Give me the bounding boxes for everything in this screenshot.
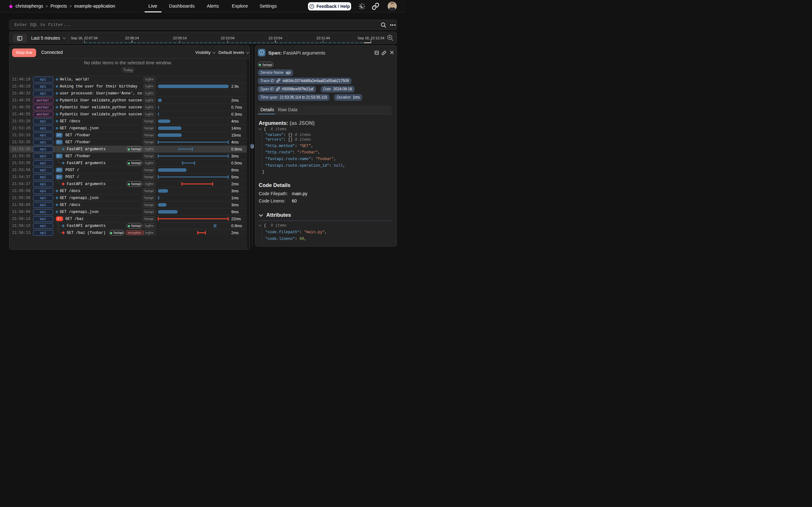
svg-text:?: ? [311,5,313,8]
